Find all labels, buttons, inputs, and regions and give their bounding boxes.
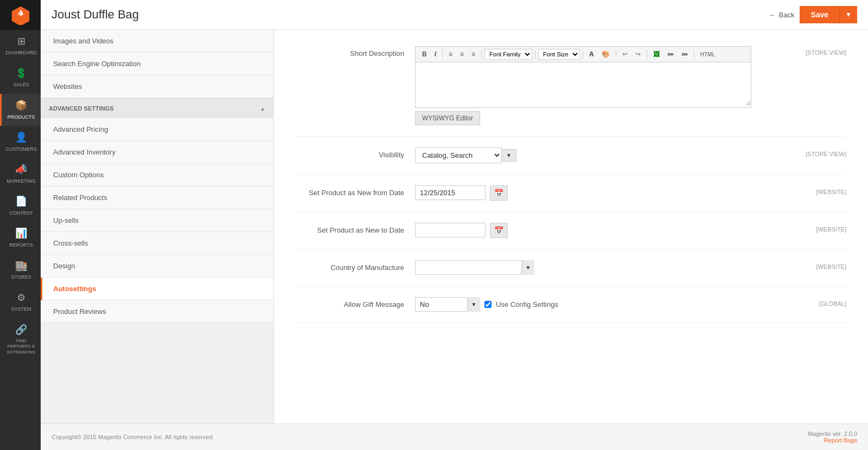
report-bugs-link[interactable]: Report Bugs <box>824 437 857 443</box>
gift-message-select[interactable]: No <box>415 297 480 312</box>
marketing-icon: 📣 <box>15 163 27 176</box>
align-left-button[interactable]: ≡ <box>445 49 456 60</box>
ordered-list-button[interactable]: ≔ <box>678 49 691 60</box>
nav-item-advanced-pricing[interactable]: Advanced Pricing <box>41 118 273 141</box>
chevron-up-icon <box>260 105 265 112</box>
country-select[interactable] <box>415 260 534 275</box>
toolbar-separator <box>442 50 443 59</box>
sidebar-item-dashboard[interactable]: ⊞ DASHBOARD <box>0 30 41 62</box>
sidebar-item-stores[interactable]: 🏬 STORES <box>0 254 41 286</box>
nav-item-label: Autosettings <box>53 285 96 293</box>
nav-item-websites[interactable]: Websites <box>41 75 273 98</box>
advanced-settings-header[interactable]: ADVANCED SETTINGS <box>41 98 273 118</box>
short-description-row: Short Description B I ≡ ≡ ≡ Font Fam <box>296 46 846 137</box>
redo-button[interactable]: ↪ <box>632 49 644 60</box>
sidebar-item-content[interactable]: 📄 CONTENT <box>0 190 41 222</box>
align-center-button[interactable]: ≡ <box>457 49 467 60</box>
nav-item-autosettings[interactable]: Autosettings <box>41 278 273 300</box>
nav-item-product-reviews[interactable]: Product Reviews <box>41 300 273 323</box>
image-button[interactable]: 🖼 <box>650 49 663 60</box>
short-description-scope: [STORE VIEW] <box>795 46 846 56</box>
nav-item-advanced-inventory[interactable]: Advanced Inventory <box>41 141 273 164</box>
italic-button[interactable]: I <box>431 49 439 60</box>
nav-item-label: Product Reviews <box>53 307 106 316</box>
short-description-control: B I ≡ ≡ ≡ Font Family <box>415 46 795 125</box>
use-config-checkbox[interactable] <box>484 301 492 308</box>
sidebar-item-customers[interactable]: 👤 CUSTOMERS <box>0 126 41 158</box>
topbar-actions: ← Back Save ▼ <box>769 6 858 23</box>
short-description-editor[interactable] <box>415 62 751 108</box>
gift-message-label: Allow Gift Message <box>296 297 415 308</box>
sidebar-item-sales[interactable]: 💲 SALES <box>0 62 41 94</box>
undo-button[interactable]: ↩ <box>619 49 631 60</box>
nav-item-up-sells[interactable]: Up-sells <box>41 209 273 232</box>
unordered-list-button[interactable]: ≔ <box>664 49 677 60</box>
content-area: Images and Videos Search Engine Optimiza… <box>41 30 868 423</box>
page-title: Joust Duffle Bag <box>52 8 139 22</box>
sidebar-item-marketing[interactable]: 📣 MARKETING <box>0 158 41 190</box>
gift-message-control: No ▼ Use Config Settings <box>415 297 808 312</box>
footer-right: Magento ver. 2.0.0 Report Bugs <box>808 430 857 443</box>
nav-item-custom-options[interactable]: Custom Options <box>41 164 273 187</box>
visibility-dropdown-arrow[interactable]: ▼ <box>502 149 516 162</box>
nav-item-design[interactable]: Design <box>41 255 273 278</box>
sidebar-item-label: DASHBOARD <box>5 50 36 56</box>
sidebar-item-reports[interactable]: 📊 REPORTS <box>0 222 41 254</box>
footer: Copyright© 2015 Magento Commerce Inc. Al… <box>41 423 868 450</box>
bold-button[interactable]: B <box>419 49 430 60</box>
short-description-label: Short Description <box>296 46 415 57</box>
nav-item-label: Cross-sells <box>53 239 88 247</box>
html-button[interactable]: HTML <box>697 50 718 59</box>
sidebar-item-label: STORES <box>11 274 31 281</box>
align-right-button[interactable]: ≡ <box>468 49 478 60</box>
new-to-date-calendar-button[interactable]: 📅 <box>490 223 508 238</box>
visibility-select[interactable]: Catalog, Search Catalog Search Not Visib… <box>415 147 502 163</box>
short-description-textarea[interactable] <box>416 62 751 106</box>
editor-toolbar: B I ≡ ≡ ≡ Font Family <box>415 46 751 62</box>
sidebar: ⊞ DASHBOARD 💲 SALES 📦 PRODUCTS 👤 CUSTOME… <box>0 0 41 450</box>
new-to-date-control: 📅 <box>415 223 805 238</box>
new-from-date-input[interactable]: 12/25/2015 <box>415 185 486 200</box>
new-from-date-scope: [WEBSITE] <box>805 185 846 195</box>
toolbar-separator-7 <box>694 50 694 59</box>
nav-item-images-videos[interactable]: Images and Videos <box>41 30 273 53</box>
nav-item-related-products[interactable]: Related Products <box>41 187 273 209</box>
toolbar-separator-2 <box>481 50 482 59</box>
visibility-row: Visibility Catalog, Search Catalog Searc… <box>296 147 846 175</box>
short-desc-editor-wrap: B I ≡ ≡ ≡ Font Family <box>415 46 751 125</box>
nav-item-label: Advanced Inventory <box>53 148 116 156</box>
magento-logo-icon <box>11 5 30 25</box>
font-size-select[interactable]: Font Size <box>538 49 580 60</box>
back-button[interactable]: ← Back <box>769 11 795 19</box>
sidebar-item-extensions[interactable]: 🔗 FIND PARTNERS & EXTENSIONS <box>0 318 41 361</box>
font-family-select[interactable]: Font Family <box>484 49 532 60</box>
wysiwyg-editor-button[interactable]: WYSIWYG Editor <box>415 111 480 125</box>
sidebar-item-products[interactable]: 📦 PRODUCTS <box>0 94 41 126</box>
dashboard-icon: ⊞ <box>17 35 25 48</box>
nav-item-cross-sells[interactable]: Cross-sells <box>41 232 273 255</box>
font-color-button[interactable]: A <box>586 49 597 60</box>
nav-item-label: Custom Options <box>53 171 104 179</box>
sidebar-item-label: MARKETING <box>7 178 36 185</box>
content-icon: 📄 <box>15 195 27 208</box>
nav-item-seo[interactable]: Search Engine Optimization <box>41 53 273 75</box>
sidebar-item-system[interactable]: ⚙ SYSTEM <box>0 286 41 318</box>
right-panel: Short Description B I ≡ ≡ ≡ Font Fam <box>274 30 868 423</box>
bg-color-button[interactable]: 🎨 <box>598 49 613 60</box>
visibility-select-wrap: Catalog, Search Catalog Search Not Visib… <box>415 147 516 163</box>
toolbar-separator-4 <box>583 50 583 59</box>
system-icon: ⚙ <box>17 292 25 304</box>
visibility-label: Visibility <box>296 147 415 159</box>
save-dropdown-button[interactable]: ▼ <box>839 6 857 23</box>
save-button[interactable]: Save <box>800 6 839 23</box>
use-config-label: Use Config Settings <box>496 300 558 308</box>
nav-item-label: Search Engine Optimization <box>53 60 141 68</box>
new-to-date-input[interactable] <box>415 223 486 237</box>
gift-message-row: Allow Gift Message No ▼ Use Config Setti… <box>296 297 846 323</box>
copyright-text: Copyright© 2015 Magento Commerce Inc. Al… <box>52 434 214 440</box>
nav-item-label: Up-sells <box>53 216 79 224</box>
nav-item-label: Images and Videos <box>53 37 113 45</box>
country-of-manufacture-row: Country of Manufacture ▼ [WEBSITE] <box>296 260 846 286</box>
new-from-date-calendar-button[interactable]: 📅 <box>490 185 508 201</box>
back-label: Back <box>779 11 795 19</box>
